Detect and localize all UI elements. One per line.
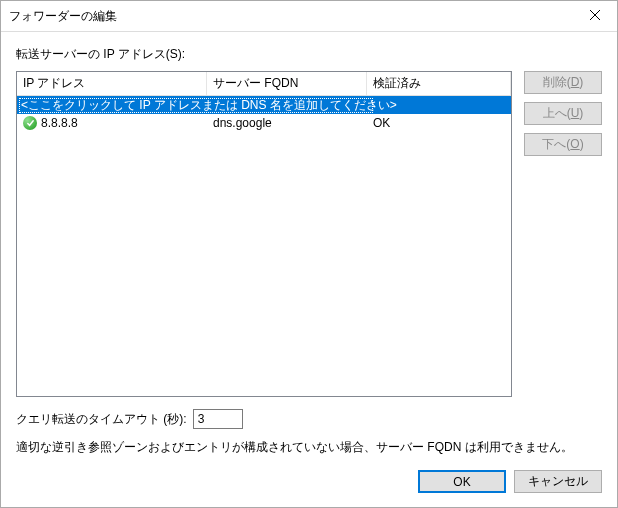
cell-ip: 8.8.8.8 [17,116,207,130]
timeout-row: クエリ転送のタイムアウト (秒): [16,409,602,429]
col-header-ip[interactable]: IP アドレス [17,72,207,95]
close-button[interactable] [572,2,617,31]
timeout-input[interactable] [193,409,243,429]
dialog-window: フォワーダーの編集 転送サーバーの IP アドレス(S): IP アドレス サー… [0,0,618,508]
add-entry-placeholder[interactable]: <ここをクリックして IP アドレスまたは DNS 名を追加してください> [17,96,511,114]
fqdn-note: 適切な逆引き参照ゾーンおよびエントリが構成されていない場合、サーバー FQDN … [16,439,602,456]
ip-value: 8.8.8.8 [41,116,78,130]
cell-fqdn: dns.google [207,116,367,130]
cell-validated: OK [367,116,511,130]
move-down-button[interactable]: 下へ(O) [524,133,602,156]
dialog-content: 転送サーバーの IP アドレス(S): IP アドレス サーバー FQDN 検証… [1,32,617,507]
titlebar: フォワーダーの編集 [1,1,617,32]
dialog-footer: OK キャンセル [16,470,602,493]
col-header-validated[interactable]: 検証済み [367,72,511,95]
ok-button[interactable]: OK [418,470,506,493]
bottom-area: クエリ転送のタイムアウト (秒): 適切な逆引き参照ゾーンおよびエントリが構成さ… [16,409,602,493]
table-row[interactable]: 8.8.8.8 dns.google OK [17,114,511,132]
placeholder-text: <ここをクリックして IP アドレスまたは DNS 名を追加してください> [17,97,511,114]
ip-list-label: 転送サーバーの IP アドレス(S): [16,46,512,63]
main-row: 転送サーバーの IP アドレス(S): IP アドレス サーバー FQDN 検証… [16,46,602,397]
right-column: 削除(D) 上へ(U) 下へ(O) [524,46,602,397]
delete-button[interactable]: 削除(D) [524,71,602,94]
col-header-fqdn[interactable]: サーバー FQDN [207,72,367,95]
cancel-button[interactable]: キャンセル [514,470,602,493]
listview-body: <ここをクリックして IP アドレスまたは DNS 名を追加してください> 8.… [17,96,511,132]
move-up-button[interactable]: 上へ(U) [524,102,602,125]
timeout-label: クエリ転送のタイムアウト (秒): [16,411,187,428]
left-column: 転送サーバーの IP アドレス(S): IP アドレス サーバー FQDN 検証… [16,46,512,397]
check-icon [23,116,37,130]
forwarders-listview[interactable]: IP アドレス サーバー FQDN 検証済み <ここをクリックして IP アドレ… [16,71,512,397]
window-title: フォワーダーの編集 [9,8,117,25]
close-icon [590,9,600,23]
listview-header: IP アドレス サーバー FQDN 検証済み [17,72,511,96]
